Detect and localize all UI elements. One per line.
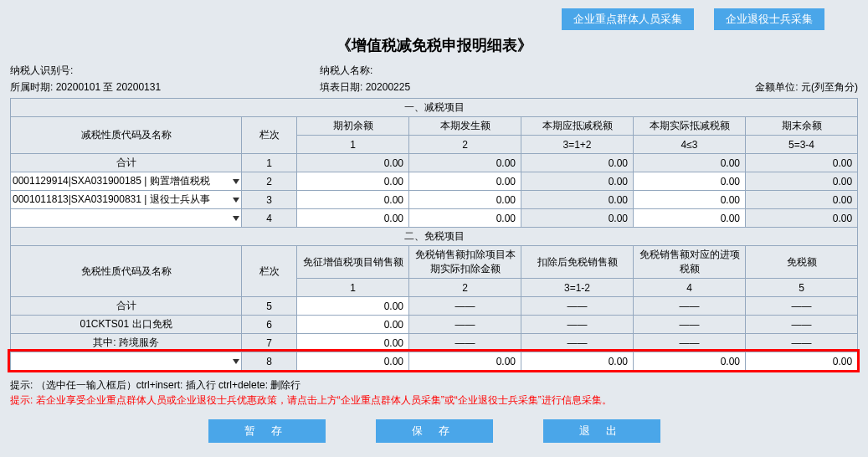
s2-r5-v4: —— — [634, 297, 746, 316]
s2-r7-v1[interactable]: 0.00 — [297, 334, 409, 352]
s1-r3-idx: 3 — [242, 191, 297, 209]
taxpayer-name-label: 纳税人名称: — [320, 64, 372, 76]
s2-r6-v4: —— — [634, 316, 746, 334]
s1-r1-idx: 1 — [242, 154, 297, 172]
s1-r4-select[interactable] — [11, 209, 241, 227]
col-actual-deduct: 本期实际抵减税额 — [634, 117, 746, 136]
s1-r1-v1: 0.00 — [297, 154, 409, 172]
s2-r6-name: 01CKTS01 出口免税 — [11, 316, 242, 334]
col-deductible: 本期应抵减税额 — [521, 117, 634, 136]
top-button-bar: 企业重点群体人员采集 企业退役士兵采集 — [10, 8, 858, 30]
s2-r5-v1[interactable]: 0.00 — [297, 297, 409, 316]
sub1: 1 — [297, 136, 409, 154]
s2-r5-idx: 5 — [242, 297, 297, 316]
s2-r8-v2[interactable]: 0.00 — [409, 352, 521, 371]
table-container: 一、减税项目 减税性质代码及名称 栏次 期初余额 本期发生额 本期应抵减税额 本… — [10, 98, 858, 371]
collect-key-group-button[interactable]: 企业重点群体人员采集 — [562, 8, 694, 30]
save-button[interactable]: 保 存 — [376, 419, 493, 443]
s1-r1-v5: 0.00 — [746, 154, 858, 172]
period-label: 所属时期: — [10, 81, 53, 93]
sub2-2: 2 — [409, 279, 521, 297]
taxpayer-id-label: 纳税人识别号: — [10, 64, 73, 76]
hint-line1: 提示: （选中任一输入框后）ctrl+insert: 插入行 ctrl+dele… — [10, 377, 858, 393]
tax-table: 一、减税项目 减税性质代码及名称 栏次 期初余额 本期发生额 本期应抵减税额 本… — [10, 98, 858, 371]
col-exempt-tax: 免税额 — [746, 246, 858, 279]
s1-r3-v2[interactable]: 0.00 — [409, 191, 521, 209]
form-title: 《增值税减免税申报明细表》 — [10, 35, 858, 55]
s1-r4-v2[interactable]: 0.00 — [409, 209, 521, 228]
s1-r3-v4[interactable]: 0.00 — [634, 191, 746, 209]
s2-r6-v5: —— — [746, 316, 858, 334]
col-end-balance: 期末余额 — [746, 117, 858, 136]
col-reduction-name: 减税性质代码及名称 — [11, 117, 242, 154]
sub2-4: 4 — [634, 279, 746, 297]
s2-r8-v4[interactable]: 0.00 — [634, 352, 746, 371]
col-begin-balance: 期初余额 — [297, 117, 409, 136]
section2-header: 二、免税项目 — [11, 228, 858, 246]
col-period-amount: 本期发生额 — [409, 117, 521, 136]
col-index: 栏次 — [242, 117, 297, 154]
s2-r8-v3[interactable]: 0.00 — [521, 352, 634, 371]
s2-r7-v4: —— — [634, 334, 746, 352]
s1-r4-v4[interactable]: 0.00 — [634, 209, 746, 228]
fill-date-label: 填表日期: — [320, 81, 362, 93]
amount-unit-label: 金额单位: 元(列至角分) — [755, 81, 858, 93]
s1-total-label: 合计 — [11, 154, 242, 172]
chevron-down-icon — [233, 216, 239, 221]
hint-line2: 提示: 若企业享受企业重点群体人员或企业退役士兵优惠政策，请点击上方“企业重点群… — [10, 393, 858, 408]
col-deduct-amount: 免税销售额扣除项目本期实际扣除金额 — [409, 246, 521, 279]
sub2: 2 — [409, 136, 521, 154]
sub2-1: 1 — [297, 279, 409, 297]
s1-r2-v1[interactable]: 0.00 — [297, 172, 409, 191]
draft-button[interactable]: 暂 存 — [208, 419, 326, 443]
s1-r3-select[interactable]: 0001011813|SXA031900831 | 退役士兵从事 — [11, 191, 241, 208]
s1-r2-v2[interactable]: 0.00 — [409, 172, 521, 191]
s2-r8-v5[interactable]: 0.00 — [746, 352, 858, 371]
col-exempt-name: 免税性质代码及名称 — [11, 246, 242, 297]
col-index2: 栏次 — [242, 246, 297, 297]
s2-r5-v2: —— — [409, 297, 521, 316]
s1-r4-v3: 0.00 — [521, 209, 634, 228]
s2-total-label: 合计 — [11, 297, 242, 316]
s2-r5-v5: —— — [746, 297, 858, 316]
s2-r8-idx: 8 — [242, 352, 297, 371]
s1-r2-v5: 0.00 — [746, 172, 858, 191]
hints: 提示: （选中任一输入框后）ctrl+insert: 插入行 ctrl+dele… — [10, 377, 858, 408]
s1-r3-v5: 0.00 — [746, 191, 858, 209]
section1-header: 一、减税项目 — [11, 99, 858, 117]
s1-r1-v2: 0.00 — [409, 154, 521, 172]
s2-r7-v2: —— — [409, 334, 521, 352]
sub2-3: 3=1-2 — [521, 279, 634, 297]
s2-r7-v5: —— — [746, 334, 858, 352]
s1-r3-v1[interactable]: 0.00 — [297, 191, 409, 209]
s1-r4-v1[interactable]: 0.00 — [297, 209, 409, 228]
sub4: 4≤3 — [634, 136, 746, 154]
chevron-down-icon — [233, 359, 239, 364]
sub5: 5=3-4 — [746, 136, 858, 154]
s1-r2-v3: 0.00 — [521, 172, 634, 191]
period-value: 20200101 至 20200131 — [56, 81, 161, 93]
fill-date-value: 20200225 — [366, 81, 410, 93]
s2-r8-select[interactable] — [11, 352, 241, 370]
s1-r1-v3: 0.00 — [521, 154, 634, 172]
sub2-5: 5 — [746, 279, 858, 297]
s1-r2-select[interactable]: 0001129914|SXA031900185 | 购置增值税税 — [11, 172, 241, 190]
col-after-deduct: 扣除后免税销售额 — [521, 246, 634, 279]
s1-r2-idx: 2 — [242, 172, 297, 191]
chevron-down-icon — [233, 179, 239, 184]
s1-r3-v3: 0.00 — [521, 191, 634, 209]
collect-veteran-button[interactable]: 企业退役士兵采集 — [714, 8, 824, 30]
s1-r4-idx: 4 — [242, 209, 297, 228]
s1-r1-v4: 0.00 — [634, 154, 746, 172]
s1-r2-v4[interactable]: 0.00 — [634, 172, 746, 191]
col-exempt-sales: 免征增值税项目销售额 — [297, 246, 409, 279]
s1-r4-v5: 0.00 — [746, 209, 858, 228]
exit-button[interactable]: 退 出 — [543, 419, 660, 443]
s2-r6-v1[interactable]: 0.00 — [297, 316, 409, 334]
s2-r6-v2: —— — [409, 316, 521, 334]
chevron-down-icon — [233, 198, 239, 203]
s2-r7-idx: 7 — [242, 334, 297, 352]
col-input-tax: 免税销售额对应的进项税额 — [634, 246, 746, 279]
s2-r8-v1[interactable]: 0.00 — [297, 352, 409, 371]
s2-r6-v3: —— — [521, 316, 634, 334]
